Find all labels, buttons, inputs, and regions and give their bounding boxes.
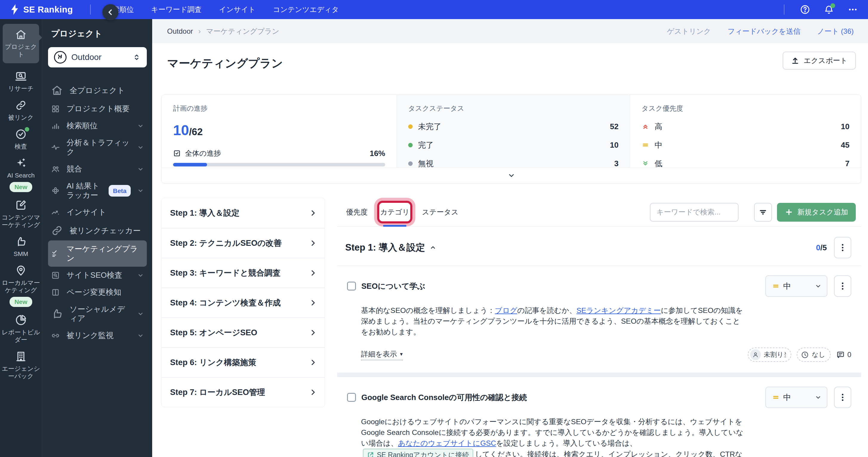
sidebar-item-link2[interactable]: 被リンク監視 xyxy=(48,327,147,344)
rail-item-home[interactable]: プロジェクト xyxy=(3,24,39,63)
sidebar-item-bars[interactable]: 検索順位 xyxy=(48,117,147,134)
project-sidebar: プロジェクト Outdoor 全プロジェクトプロジェクト概要検索順位分析＆トラフ… xyxy=(42,19,152,457)
rail-item-ai[interactable]: AI SearchNew xyxy=(0,157,42,192)
rail-item-pin[interactable]: ローカルマーケティングNew xyxy=(0,265,42,307)
rail-item-contentmk[interactable]: コンテンツマーケティング xyxy=(0,199,42,228)
brand-logo[interactable]: SE Ranking xyxy=(10,4,73,15)
chevron-down-icon xyxy=(137,166,144,172)
step-row-1[interactable]: Step 1: 導入＆設定 xyxy=(162,198,324,228)
topnav-item-4[interactable]: コンテンツエディタ xyxy=(273,5,339,14)
details-toggle[interactable]: 詳細を表示▾ xyxy=(361,349,403,360)
task-menu-button[interactable] xyxy=(834,275,851,297)
export-button[interactable]: エクスポート xyxy=(783,52,856,69)
comments-badge[interactable]: 0 xyxy=(836,350,851,359)
external-link-icon xyxy=(367,451,374,457)
sidebar-collapse-button[interactable] xyxy=(102,4,119,20)
pin-icon xyxy=(15,265,27,276)
chevron-right-icon xyxy=(309,269,317,277)
project-selector[interactable]: Outdoor xyxy=(48,47,147,67)
chevron-down-icon xyxy=(137,144,144,151)
sidebar-item-grid[interactable]: プロジェクト概要 xyxy=(48,100,147,117)
task-description: Googleにおけるウェブサイトのパフォーマンスに関する重要なSEOデータを収集… xyxy=(361,417,746,457)
guest-link[interactable]: ゲストリンク xyxy=(667,27,711,36)
connect-account-chip[interactable]: SE Rankingアカウントに接続 xyxy=(363,449,473,457)
step-row-5[interactable]: Step 5: オンページSEO xyxy=(162,317,324,347)
assignee-pill[interactable]: 未割り当て xyxy=(748,348,791,362)
rail-item-research[interactable]: リサーチ xyxy=(0,70,42,92)
step-row-3[interactable]: Step 3: キーワードと競合調査 xyxy=(162,258,324,288)
topnav-menu: 検索順位キーワード調査インサイトコンテンツエディタ xyxy=(105,5,339,14)
sidebar-item-backlink[interactable]: 被リンクチェッカー xyxy=(48,221,147,240)
topnav-item-2[interactable]: キーワード調査 xyxy=(151,5,202,14)
rail-item-audit[interactable]: 検査 xyxy=(0,128,42,150)
tab-カテゴリ[interactable]: カテゴリ xyxy=(378,198,411,226)
task-menu-button[interactable] xyxy=(834,387,851,408)
sidebar-item-searchsq[interactable]: サイトSEO検査 xyxy=(48,267,147,284)
sidebar-item-pages[interactable]: ページ変更検知 xyxy=(48,284,147,301)
due-date-pill[interactable]: なし xyxy=(797,348,831,362)
bolt-icon xyxy=(10,4,19,15)
task-description-link[interactable]: ブログ xyxy=(495,306,517,315)
filter-button[interactable] xyxy=(754,203,772,222)
priority-dropdown[interactable]: 中 xyxy=(765,387,828,408)
progress-bar-fill xyxy=(173,163,207,166)
status-dot xyxy=(408,143,413,148)
sidebar-item-checklist[interactable]: マーケティングプラン xyxy=(48,240,147,267)
task-priority-rows: 高10中45低7 xyxy=(642,122,849,168)
step-label: Step 2: テクニカルSEOの改善 xyxy=(170,238,282,249)
topnav-item-3[interactable]: インサイト xyxy=(219,5,256,14)
rail-item-pie[interactable]: レポートビルダー xyxy=(0,314,42,344)
contentmk-icon xyxy=(15,199,27,211)
help-icon[interactable] xyxy=(800,4,810,14)
task-checkbox[interactable] xyxy=(347,282,356,291)
section-title[interactable]: Step 1: 導入＆設定 xyxy=(345,241,436,254)
rail-item-building[interactable]: エージェンシーパック xyxy=(0,351,42,380)
task-description-link[interactable]: あなたのウェブサイトにGSC xyxy=(398,439,496,447)
sidebar-item-home[interactable]: 全プロジェクト xyxy=(48,80,147,100)
clover-icon xyxy=(51,186,60,195)
pages-icon xyxy=(51,288,60,297)
task-footer: 詳細を表示▾未割り当てなし0 xyxy=(361,348,851,372)
tasks-panel: 優先度カテゴリステータス 新規タスク追加 Step 1: 導入＆設定 xyxy=(337,198,861,457)
notification-dot xyxy=(830,3,835,8)
chevron-left-icon xyxy=(106,8,115,17)
tab-ステータス[interactable]: ステータス xyxy=(420,198,460,226)
new-badge: New xyxy=(9,182,32,192)
header-links: ゲストリンク フィードバックを送信 ノート (36) xyxy=(667,27,854,36)
section-menu-button[interactable] xyxy=(834,237,851,258)
task-checkbox[interactable] xyxy=(347,393,356,402)
clock-icon xyxy=(801,351,809,359)
breadcrumb-root[interactable]: Outdoor xyxy=(167,27,193,35)
notes-link[interactable]: ノート (36) xyxy=(817,27,854,36)
plan-progress-card: 計画の進捗 10 /62 全体の進捗 16% xyxy=(162,95,397,167)
backlink-icon xyxy=(15,99,27,111)
sidebar-item-pulse[interactable]: 分析＆トラフィック xyxy=(48,134,147,161)
feedback-link[interactable]: フィードバックを送信 xyxy=(728,27,801,36)
rail-item-backlink[interactable]: 被リンク xyxy=(0,99,42,121)
sidebar-item-thumb[interactable]: ソーシャルメディア xyxy=(48,301,147,327)
step-row-4[interactable]: Step 4: コンテンツ検査＆作成 xyxy=(162,288,324,317)
step-row-7[interactable]: Step 7: ローカルSEO管理 xyxy=(162,377,324,407)
task-description-link[interactable]: SEランキングアカデミー xyxy=(577,306,661,315)
lower-area: Step 1: 導入＆設定Step 2: テクニカルSEOの改善Step 3: … xyxy=(161,198,868,457)
tab-label: ステータス xyxy=(422,207,458,217)
steps-list: Step 1: 導入＆設定Step 2: テクニカルSEOの改善Step 3: … xyxy=(161,198,325,407)
task-priority-label: タスク優先度 xyxy=(642,104,849,113)
bell-icon[interactable] xyxy=(824,4,834,14)
sidebar-item-trend[interactable]: インサイト xyxy=(48,204,147,221)
rail-item-thumb[interactable]: SMM xyxy=(0,236,42,257)
sidebar-item-people[interactable]: 競合 xyxy=(48,161,147,177)
step-row-2[interactable]: Step 2: テクニカルSEOの改善 xyxy=(162,228,324,258)
chevron-down-icon xyxy=(507,171,515,179)
research-icon xyxy=(15,70,27,82)
more-icon[interactable] xyxy=(848,4,858,14)
sidebar-item-clover[interactable]: AI 結果トラッカーBeta xyxy=(48,177,147,204)
step-row-6[interactable]: Step 6: リンク構築施策 xyxy=(162,347,324,377)
priority-dropdown[interactable]: 中 xyxy=(765,275,828,297)
add-task-button[interactable]: 新規タスク追加 xyxy=(777,203,856,222)
thumb-icon xyxy=(51,308,63,320)
connect-account-label: SE Rankingアカウントに接続 xyxy=(377,450,469,457)
search-input[interactable] xyxy=(650,203,739,222)
stats-collapse-button[interactable] xyxy=(162,167,861,183)
tab-優先度[interactable]: 優先度 xyxy=(344,198,369,226)
